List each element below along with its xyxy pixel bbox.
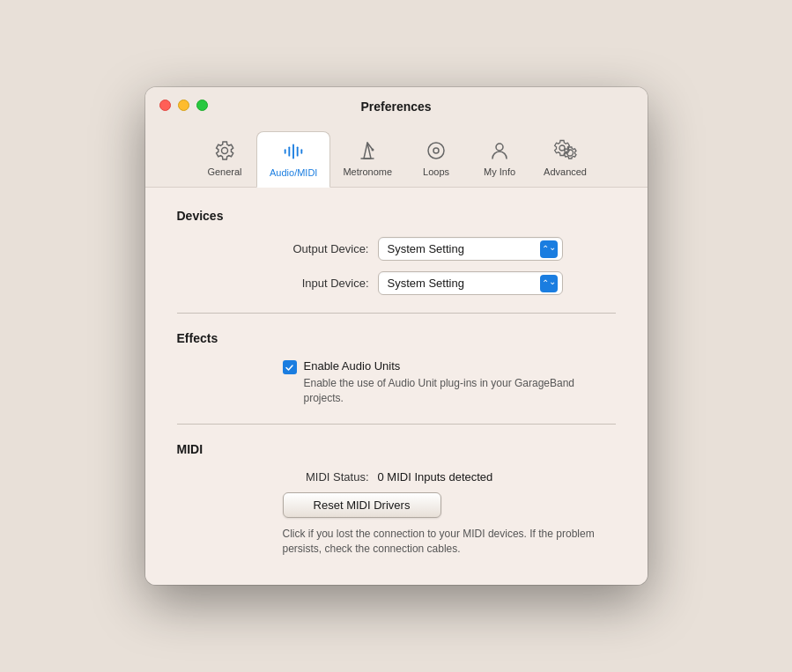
midi-status-value: 0 MIDI Inputs detected: [378, 470, 563, 484]
output-device-select-wrapper: System Setting Built-in Output HDMI: [378, 237, 563, 261]
svg-rect-0: [292, 144, 294, 159]
tab-audio-midi-label: Audio/MIDI: [270, 167, 317, 178]
person-icon: [487, 138, 512, 163]
svg-rect-1: [289, 147, 291, 157]
advanced-gear-icon: [553, 138, 578, 163]
midi-button-row: Reset MIDI Drivers: [283, 492, 616, 518]
titlebar-buttons: [159, 100, 208, 111]
enable-audio-units-row: Enable Audio Units Enable the use of Aud…: [283, 359, 616, 406]
divider-2: [177, 424, 616, 425]
loops-icon: [424, 138, 448, 163]
midi-section-title: MIDI: [177, 442, 616, 456]
close-button[interactable]: [159, 100, 171, 111]
tab-advanced-label: Advanced: [544, 166, 587, 177]
svg-rect-4: [301, 150, 303, 155]
input-device-select-wrapper: System Setting Built-in Input: [378, 271, 563, 295]
tab-advanced[interactable]: Advanced: [531, 131, 599, 187]
output-device-select[interactable]: System Setting Built-in Output HDMI: [378, 237, 563, 261]
input-device-select[interactable]: System Setting Built-in Input: [378, 271, 563, 295]
tab-metronome[interactable]: Metronome: [330, 131, 404, 187]
reset-midi-drivers-button[interactable]: Reset MIDI Drivers: [283, 492, 441, 518]
tab-general[interactable]: General: [193, 131, 256, 187]
minimize-button[interactable]: [178, 100, 189, 111]
output-device-row: Output Device: System Setting Built-in O…: [177, 237, 616, 261]
effects-section-title: Effects: [177, 331, 616, 345]
svg-point-6: [372, 149, 374, 151]
maximize-button[interactable]: [196, 100, 208, 111]
input-device-label: Input Device:: [302, 277, 369, 290]
tab-general-label: General: [207, 166, 241, 177]
tab-loops-label: Loops: [423, 166, 449, 177]
svg-rect-3: [297, 147, 299, 157]
tab-metronome-label: Metronome: [343, 166, 392, 177]
titlebar: Preferences: [145, 87, 648, 124]
audio-midi-icon: [281, 139, 306, 164]
tab-my-info[interactable]: My Info: [468, 131, 531, 187]
devices-section: Devices Output Device: System Setting Bu…: [177, 209, 616, 295]
svg-point-8: [428, 143, 444, 159]
effects-section: Effects Enable Audio Units Enable the us…: [177, 331, 616, 406]
svg-point-10: [496, 144, 503, 151]
enable-audio-units-label: Enable Audio Units: [304, 359, 616, 373]
gear-icon: [212, 138, 237, 163]
enable-audio-units-checkbox[interactable]: [283, 360, 297, 374]
svg-point-9: [433, 148, 439, 153]
midi-status-row: MIDI Status: 0 MIDI Inputs detected: [177, 470, 616, 484]
devices-section-title: Devices: [177, 209, 616, 223]
tab-loops[interactable]: Loops: [404, 131, 468, 187]
preferences-window: Preferences General: [145, 87, 648, 584]
divider-1: [177, 313, 616, 314]
tab-my-info-label: My Info: [484, 166, 515, 177]
output-device-label: Output Device:: [293, 242, 369, 255]
enable-audio-units-text: Enable Audio Units Enable the use of Aud…: [304, 359, 616, 406]
enable-audio-units-description: Enable the use of Audio Unit plug-ins in…: [304, 376, 616, 406]
midi-section: MIDI MIDI Status: 0 MIDI Inputs detected…: [177, 442, 616, 557]
window-title: Preferences: [159, 100, 633, 124]
midi-description: Click if you lost the connection to your…: [283, 527, 600, 557]
content-area: Devices Output Device: System Setting Bu…: [145, 188, 648, 584]
tabs-bar: General Audio/MIDI: [145, 124, 648, 188]
input-device-row: Input Device: System Setting Built-in In…: [177, 271, 616, 295]
midi-status-label: MIDI Status:: [306, 470, 369, 484]
svg-rect-2: [285, 150, 286, 155]
tab-audio-midi[interactable]: Audio/MIDI: [256, 131, 330, 188]
metronome-icon: [355, 138, 380, 163]
